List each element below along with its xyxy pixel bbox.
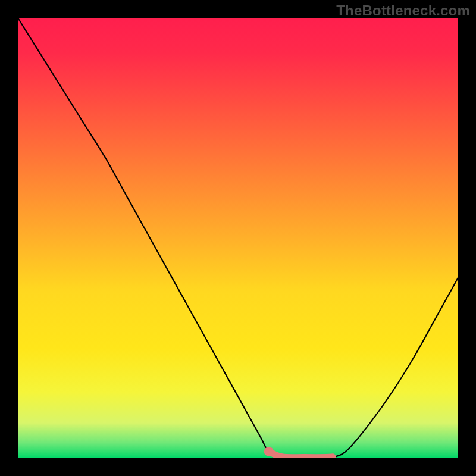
chart-svg [18, 18, 458, 458]
chart-plot-area [18, 18, 458, 458]
optimal-start-marker [264, 447, 274, 456]
chart-frame: TheBottleneck.com [0, 0, 476, 476]
watermark-text: TheBottleneck.com [336, 2, 470, 19]
